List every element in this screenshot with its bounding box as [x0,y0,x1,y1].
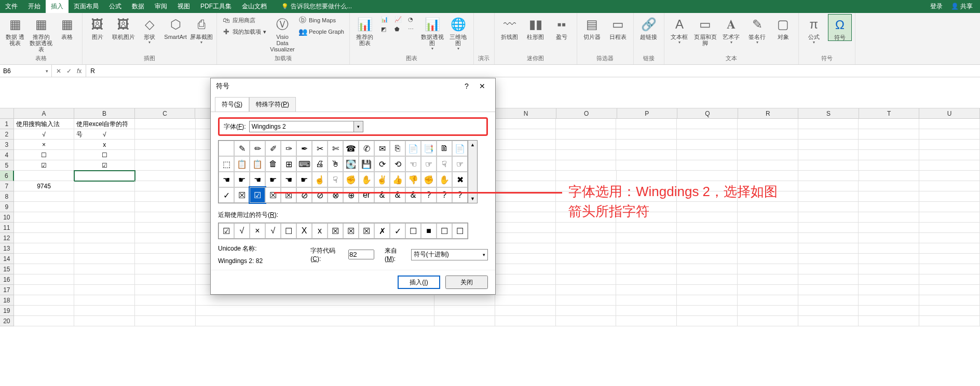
formula-input[interactable]: R [86,67,980,75]
hyperlink-button[interactable]: 🔗超链接 [637,14,661,40]
close-button[interactable]: 关闭 [445,275,488,289]
cell[interactable] [135,274,196,285]
cell[interactable] [196,306,434,316]
cell[interactable] [677,160,738,171]
cell[interactable] [556,171,617,181]
recent-symbol[interactable]: ☐ [281,223,296,239]
name-box[interactable]: B6▾ [0,65,52,77]
signature-button[interactable]: ✎签名行 [745,14,769,45]
cell[interactable] [738,129,798,140]
symbol-cell[interactable]: 📑 [421,141,437,156]
col-header[interactable]: A [14,108,75,119]
cell[interactable] [14,233,75,243]
cell[interactable] [859,274,919,285]
cell[interactable] [495,285,556,295]
cell[interactable] [135,191,196,202]
symbol-cell[interactable]: ✊ [421,172,437,187]
cell[interactable] [798,212,859,223]
cell[interactable] [74,306,135,316]
cell[interactable] [798,316,859,326]
cell[interactable] [798,129,859,140]
cell[interactable] [74,295,135,306]
cell[interactable]: ☐ [14,150,75,160]
symbol-cell[interactable]: & [405,187,421,203]
cell[interactable] [495,171,556,181]
symbol-cell[interactable]: ✋ [437,172,452,187]
row-header[interactable]: 17 [0,285,14,295]
menu-pdf[interactable]: PDF工具集 [195,0,237,13]
symbol-cell[interactable]: ✋ [359,172,374,187]
chart-type-icon[interactable]: 📈 [392,15,405,24]
cell[interactable] [859,295,919,306]
cell[interactable] [919,202,980,212]
login-button[interactable]: 登录 [926,2,947,11]
timeline-button[interactable]: ▭日程表 [606,14,630,40]
slicer-button[interactable]: ▤切片器 [580,14,604,40]
online-pictures-button[interactable]: 🖼联机图片 [112,14,135,40]
symbol-cell[interactable]: 📋 [234,156,250,172]
cell[interactable] [616,285,677,295]
table-button[interactable]: ▦表格 [55,14,79,40]
recent-symbol[interactable]: ☐ [452,223,468,239]
cell[interactable] [677,129,738,140]
cell[interactable] [616,274,677,285]
recent-symbol[interactable]: √ [265,223,281,239]
cell[interactable] [919,264,980,274]
header-footer-button[interactable]: ▭页眉和页脚 [693,14,717,46]
cell[interactable] [556,129,617,140]
row-header[interactable]: 15 [0,264,14,274]
symbol-cell[interactable]: 🖨 [312,156,328,172]
cell[interactable] [859,223,919,233]
cell[interactable] [738,254,798,264]
symbol-cell[interactable]: 💾 [359,156,374,172]
cell[interactable] [616,150,677,160]
cell[interactable] [74,316,135,326]
recommended-pivot-button[interactable]: ▦推荐的 数据透视表 [29,14,53,52]
cell[interactable] [495,129,556,140]
cell[interactable] [14,191,75,202]
cell[interactable] [919,274,980,285]
cell[interactable] [919,223,980,233]
cell[interactable] [738,306,798,316]
cell[interactable] [556,306,617,316]
symbol-cell[interactable]: ☟ [328,172,343,187]
cell[interactable] [74,233,135,243]
chart-type-icon[interactable]: ◔ [406,15,418,24]
row-header[interactable]: 1 [0,119,14,129]
share-button[interactable]: 👤 共享 [947,2,977,11]
cell[interactable] [135,316,196,326]
cell[interactable] [859,140,919,150]
row-header[interactable]: 14 [0,254,14,264]
cell[interactable] [738,140,798,150]
cell[interactable] [919,212,980,223]
symbol-cell[interactable]: ☒ [265,187,281,203]
symbol-scrollbar[interactable]: ▲▼ [468,140,478,203]
cell[interactable] [798,223,859,233]
symbol-cell[interactable]: & [374,187,390,203]
cell[interactable] [859,264,919,274]
cell[interactable] [738,285,798,295]
cell[interactable] [495,254,556,264]
cell[interactable] [135,264,196,274]
cell[interactable] [434,306,495,316]
cell[interactable] [859,243,919,254]
row-header[interactable]: 11 [0,223,14,233]
row-header[interactable]: 4 [0,150,14,160]
tell-me-search[interactable]: 告诉我您想要做什么... [276,0,357,13]
symbol-cell[interactable]: ⬚ [219,156,234,172]
cell[interactable] [495,160,556,171]
symbol-cell[interactable]: ⊗ [328,187,343,203]
menu-view[interactable]: 视图 [172,0,195,13]
shapes-button[interactable]: ◇形状 [138,14,161,45]
row-header[interactable]: 3 [0,140,14,150]
cell[interactable] [74,243,135,254]
symbol-cell[interactable]: ? [437,187,452,203]
cell[interactable] [556,285,617,295]
cell[interactable]: √ [14,129,75,140]
symbol-cell[interactable]: 👎 [405,172,421,187]
symbol-cell[interactable] [219,141,234,156]
cell[interactable] [919,295,980,306]
col-header[interactable]: R [738,108,799,119]
symbol-cell[interactable]: ☚ [250,172,265,187]
cell[interactable] [74,264,135,274]
